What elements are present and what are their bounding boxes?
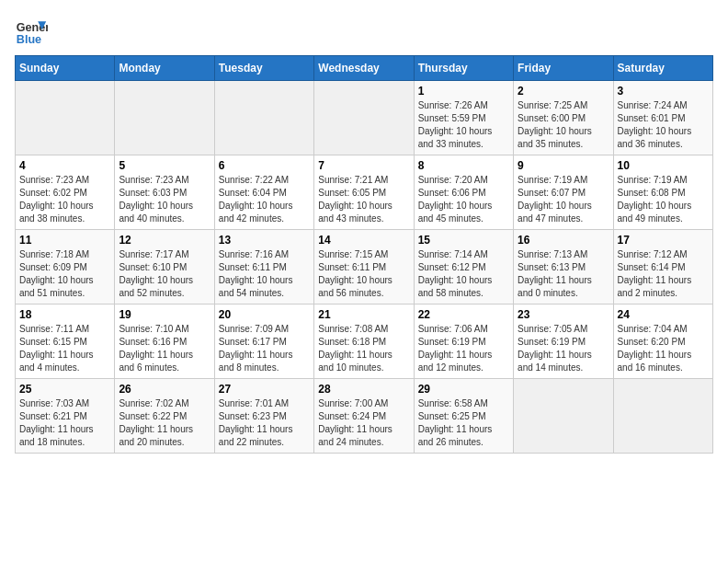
day-number: 8 <box>418 159 509 172</box>
calendar-cell <box>16 81 115 155</box>
calendar-cell: 22Sunrise: 7:06 AM Sunset: 6:19 PM Dayli… <box>414 304 513 379</box>
calendar-table: SundayMondayTuesdayWednesdayThursdayFrid… <box>15 55 713 454</box>
day-info: Sunrise: 7:09 AM Sunset: 6:17 PM Dayligh… <box>219 323 310 374</box>
day-info: Sunrise: 7:05 AM Sunset: 6:19 PM Dayligh… <box>518 323 609 374</box>
calendar-header: SundayMondayTuesdayWednesdayThursdayFrid… <box>16 56 713 81</box>
calendar-cell: 12Sunrise: 7:17 AM Sunset: 6:10 PM Dayli… <box>115 230 214 304</box>
calendar-cell: 2Sunrise: 7:25 AM Sunset: 6:00 PM Daylig… <box>514 81 613 155</box>
day-info: Sunrise: 7:12 AM Sunset: 6:14 PM Dayligh… <box>618 248 709 300</box>
day-info: Sunrise: 7:17 AM Sunset: 6:10 PM Dayligh… <box>119 248 210 300</box>
calendar-cell: 10Sunrise: 7:19 AM Sunset: 6:08 PM Dayli… <box>613 155 712 230</box>
day-number: 6 <box>219 159 310 172</box>
calendar-cell: 7Sunrise: 7:21 AM Sunset: 6:05 PM Daylig… <box>314 155 414 230</box>
calendar-cell: 29Sunrise: 6:58 AM Sunset: 6:25 PM Dayli… <box>414 379 513 454</box>
calendar-cell: 13Sunrise: 7:16 AM Sunset: 6:11 PM Dayli… <box>214 230 313 304</box>
day-number: 27 <box>219 383 310 396</box>
day-number: 17 <box>618 234 709 247</box>
day-number: 7 <box>318 159 409 172</box>
day-info: Sunrise: 7:23 AM Sunset: 6:02 PM Dayligh… <box>19 174 110 225</box>
day-info: Sunrise: 7:00 AM Sunset: 6:24 PM Dayligh… <box>318 397 409 449</box>
calendar-cell: 23Sunrise: 7:05 AM Sunset: 6:19 PM Dayli… <box>514 304 613 379</box>
day-info: Sunrise: 7:24 AM Sunset: 6:01 PM Dayligh… <box>618 99 709 151</box>
day-info: Sunrise: 7:16 AM Sunset: 6:11 PM Dayligh… <box>219 248 310 300</box>
day-number: 28 <box>318 383 409 396</box>
day-number: 9 <box>518 159 609 172</box>
weekday-header: Sunday <box>16 56 115 81</box>
day-number: 10 <box>618 159 709 172</box>
day-info: Sunrise: 7:20 AM Sunset: 6:06 PM Dayligh… <box>418 174 509 225</box>
calendar-cell: 27Sunrise: 7:01 AM Sunset: 6:23 PM Dayli… <box>214 379 313 454</box>
day-number: 12 <box>119 234 210 247</box>
calendar-cell <box>514 379 613 454</box>
day-info: Sunrise: 7:01 AM Sunset: 6:23 PM Dayligh… <box>219 397 310 449</box>
day-info: Sunrise: 7:18 AM Sunset: 6:09 PM Dayligh… <box>19 248 110 300</box>
day-number: 11 <box>19 234 110 247</box>
day-number: 19 <box>119 308 210 321</box>
day-info: Sunrise: 7:13 AM Sunset: 6:13 PM Dayligh… <box>518 248 609 300</box>
day-info: Sunrise: 7:22 AM Sunset: 6:04 PM Dayligh… <box>219 174 310 225</box>
calendar-cell: 16Sunrise: 7:13 AM Sunset: 6:13 PM Dayli… <box>514 230 613 304</box>
day-number: 13 <box>219 234 310 247</box>
calendar-cell: 8Sunrise: 7:20 AM Sunset: 6:06 PM Daylig… <box>414 155 513 230</box>
day-info: Sunrise: 7:02 AM Sunset: 6:22 PM Dayligh… <box>119 397 210 449</box>
weekday-header: Saturday <box>613 56 712 81</box>
calendar-week-row: 18Sunrise: 7:11 AM Sunset: 6:15 PM Dayli… <box>16 304 713 379</box>
calendar-cell: 21Sunrise: 7:08 AM Sunset: 6:18 PM Dayli… <box>314 304 414 379</box>
calendar-cell: 24Sunrise: 7:04 AM Sunset: 6:20 PM Dayli… <box>613 304 712 379</box>
day-number: 14 <box>318 234 409 247</box>
calendar-cell <box>214 81 313 155</box>
day-number: 20 <box>219 308 310 321</box>
day-number: 18 <box>19 308 110 321</box>
weekday-header: Monday <box>115 56 214 81</box>
day-info: Sunrise: 7:10 AM Sunset: 6:16 PM Dayligh… <box>119 323 210 374</box>
calendar-week-row: 4Sunrise: 7:23 AM Sunset: 6:02 PM Daylig… <box>16 155 713 230</box>
calendar-cell: 19Sunrise: 7:10 AM Sunset: 6:16 PM Dayli… <box>115 304 214 379</box>
day-number: 29 <box>418 383 509 396</box>
calendar-cell: 26Sunrise: 7:02 AM Sunset: 6:22 PM Dayli… <box>115 379 214 454</box>
day-number: 22 <box>418 308 509 321</box>
calendar-cell: 4Sunrise: 7:23 AM Sunset: 6:02 PM Daylig… <box>16 155 115 230</box>
calendar-cell: 18Sunrise: 7:11 AM Sunset: 6:15 PM Dayli… <box>16 304 115 379</box>
day-number: 3 <box>618 85 709 98</box>
calendar-cell: 6Sunrise: 7:22 AM Sunset: 6:04 PM Daylig… <box>214 155 313 230</box>
day-info: Sunrise: 7:06 AM Sunset: 6:19 PM Dayligh… <box>418 323 509 374</box>
calendar-cell <box>613 379 712 454</box>
calendar-cell: 11Sunrise: 7:18 AM Sunset: 6:09 PM Dayli… <box>16 230 115 304</box>
day-info: Sunrise: 7:08 AM Sunset: 6:18 PM Dayligh… <box>318 323 409 374</box>
calendar-cell: 14Sunrise: 7:15 AM Sunset: 6:11 PM Dayli… <box>314 230 414 304</box>
calendar-cell: 3Sunrise: 7:24 AM Sunset: 6:01 PM Daylig… <box>613 81 712 155</box>
logo-icon: General Blue <box>15 15 48 48</box>
day-info: Sunrise: 7:19 AM Sunset: 6:08 PM Dayligh… <box>618 174 709 225</box>
day-info: Sunrise: 7:15 AM Sunset: 6:11 PM Dayligh… <box>318 248 409 300</box>
calendar-cell: 5Sunrise: 7:23 AM Sunset: 6:03 PM Daylig… <box>115 155 214 230</box>
day-info: Sunrise: 7:04 AM Sunset: 6:20 PM Dayligh… <box>618 323 709 374</box>
calendar-cell: 25Sunrise: 7:03 AM Sunset: 6:21 PM Dayli… <box>16 379 115 454</box>
day-number: 25 <box>19 383 110 396</box>
weekday-header: Wednesday <box>314 56 414 81</box>
day-number: 26 <box>119 383 210 396</box>
day-number: 5 <box>119 159 210 172</box>
day-info: Sunrise: 6:58 AM Sunset: 6:25 PM Dayligh… <box>418 397 509 449</box>
day-number: 1 <box>418 85 509 98</box>
day-number: 4 <box>19 159 110 172</box>
weekday-header: Tuesday <box>214 56 313 81</box>
day-info: Sunrise: 7:14 AM Sunset: 6:12 PM Dayligh… <box>418 248 509 300</box>
svg-text:Blue: Blue <box>17 33 41 46</box>
day-info: Sunrise: 7:21 AM Sunset: 6:05 PM Dayligh… <box>318 174 409 225</box>
logo: General Blue <box>15 15 48 48</box>
day-info: Sunrise: 7:25 AM Sunset: 6:00 PM Dayligh… <box>518 99 609 151</box>
calendar-cell: 17Sunrise: 7:12 AM Sunset: 6:14 PM Dayli… <box>613 230 712 304</box>
calendar-week-row: 1Sunrise: 7:26 AM Sunset: 5:59 PM Daylig… <box>16 81 713 155</box>
weekday-header: Friday <box>514 56 613 81</box>
day-info: Sunrise: 7:23 AM Sunset: 6:03 PM Dayligh… <box>119 174 210 225</box>
day-number: 21 <box>318 308 409 321</box>
day-number: 16 <box>518 234 609 247</box>
day-number: 2 <box>518 85 609 98</box>
calendar-cell: 15Sunrise: 7:14 AM Sunset: 6:12 PM Dayli… <box>414 230 513 304</box>
day-number: 15 <box>418 234 509 247</box>
calendar-cell: 20Sunrise: 7:09 AM Sunset: 6:17 PM Dayli… <box>214 304 313 379</box>
calendar-cell: 28Sunrise: 7:00 AM Sunset: 6:24 PM Dayli… <box>314 379 414 454</box>
calendar-cell: 1Sunrise: 7:26 AM Sunset: 5:59 PM Daylig… <box>414 81 513 155</box>
day-number: 24 <box>618 308 709 321</box>
calendar-cell: 9Sunrise: 7:19 AM Sunset: 6:07 PM Daylig… <box>514 155 613 230</box>
